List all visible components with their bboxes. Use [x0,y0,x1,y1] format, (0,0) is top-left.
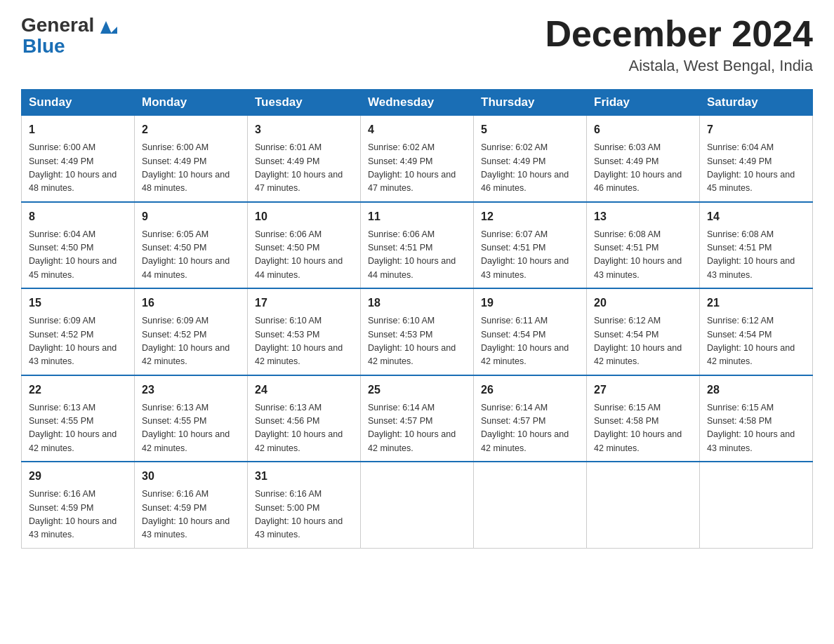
day-number: 18 [368,295,466,311]
calendar-cell: 27Sunrise: 6:15 AMSunset: 4:58 PMDayligh… [587,375,700,462]
logo-blue-text: Blue [22,35,65,57]
calendar-cell: 20Sunrise: 6:12 AMSunset: 4:54 PMDayligh… [587,288,700,375]
calendar-cell: 13Sunrise: 6:08 AMSunset: 4:51 PMDayligh… [587,202,700,289]
calendar-cell: 18Sunrise: 6:10 AMSunset: 4:53 PMDayligh… [361,288,474,375]
calendar-cell: 8Sunrise: 6:04 AMSunset: 4:50 PMDaylight… [22,202,135,289]
col-wednesday: Wednesday [361,90,474,116]
day-number: 30 [142,468,240,485]
day-number: 27 [594,382,692,398]
day-number: 16 [142,295,240,311]
day-number: 22 [29,382,127,398]
calendar-cell: 22Sunrise: 6:13 AMSunset: 4:55 PMDayligh… [22,375,135,462]
col-sunday: Sunday [22,90,135,116]
col-friday: Friday [587,90,700,116]
col-thursday: Thursday [474,90,587,116]
day-info: Sunrise: 6:12 AMSunset: 4:54 PMDaylight:… [707,314,805,369]
calendar-cell: 1Sunrise: 6:00 AMSunset: 4:49 PMDaylight… [22,116,135,202]
day-number: 1 [29,121,127,138]
col-saturday: Saturday [700,90,813,116]
calendar-cell [587,462,700,548]
logo-general-text: General [21,14,94,36]
day-number: 20 [594,295,692,311]
calendar-cell: 11Sunrise: 6:06 AMSunset: 4:51 PMDayligh… [361,202,474,289]
day-info: Sunrise: 6:16 AMSunset: 4:59 PMDaylight:… [142,488,240,542]
logo-icon [95,15,117,35]
calendar-cell: 28Sunrise: 6:15 AMSunset: 4:58 PMDayligh… [700,375,813,462]
day-info: Sunrise: 6:02 AMSunset: 4:49 PMDaylight:… [368,141,466,196]
day-number: 2 [142,121,240,138]
calendar-cell: 26Sunrise: 6:14 AMSunset: 4:57 PMDayligh… [474,375,587,462]
calendar-week-row: 15Sunrise: 6:09 AMSunset: 4:52 PMDayligh… [22,288,813,375]
day-number: 29 [29,468,127,485]
day-info: Sunrise: 6:02 AMSunset: 4:49 PMDaylight:… [481,141,579,196]
calendar-cell: 17Sunrise: 6:10 AMSunset: 4:53 PMDayligh… [248,288,361,375]
day-info: Sunrise: 6:09 AMSunset: 4:52 PMDaylight:… [29,314,127,369]
day-info: Sunrise: 6:15 AMSunset: 4:58 PMDaylight:… [707,401,805,456]
calendar-cell: 14Sunrise: 6:08 AMSunset: 4:51 PMDayligh… [700,202,813,289]
day-number: 24 [255,382,353,398]
day-info: Sunrise: 6:07 AMSunset: 4:51 PMDaylight:… [481,228,579,283]
day-info: Sunrise: 6:10 AMSunset: 4:53 PMDaylight:… [255,314,353,369]
day-number: 10 [255,208,353,225]
day-info: Sunrise: 6:14 AMSunset: 4:57 PMDaylight:… [481,401,579,456]
day-info: Sunrise: 6:13 AMSunset: 4:55 PMDaylight:… [29,401,127,456]
day-info: Sunrise: 6:14 AMSunset: 4:57 PMDaylight:… [368,401,466,456]
logo: General Blue [21,14,118,58]
day-info: Sunrise: 6:08 AMSunset: 4:51 PMDaylight:… [707,228,805,283]
calendar-cell: 15Sunrise: 6:09 AMSunset: 4:52 PMDayligh… [22,288,135,375]
col-tuesday: Tuesday [248,90,361,116]
calendar-cell: 21Sunrise: 6:12 AMSunset: 4:54 PMDayligh… [700,288,813,375]
day-info: Sunrise: 6:04 AMSunset: 4:50 PMDaylight:… [29,228,127,283]
day-info: Sunrise: 6:04 AMSunset: 4:49 PMDaylight:… [707,141,805,196]
calendar-cell: 6Sunrise: 6:03 AMSunset: 4:49 PMDaylight… [587,116,700,202]
calendar-cell: 30Sunrise: 6:16 AMSunset: 4:59 PMDayligh… [135,462,248,548]
day-info: Sunrise: 6:10 AMSunset: 4:53 PMDaylight:… [368,314,466,369]
day-info: Sunrise: 6:16 AMSunset: 5:00 PMDaylight:… [255,488,353,542]
day-number: 9 [142,208,240,225]
calendar-cell: 23Sunrise: 6:13 AMSunset: 4:55 PMDayligh… [135,375,248,462]
day-info: Sunrise: 6:09 AMSunset: 4:52 PMDaylight:… [142,314,240,369]
calendar-cell: 31Sunrise: 6:16 AMSunset: 5:00 PMDayligh… [248,462,361,548]
calendar-week-row: 1Sunrise: 6:00 AMSunset: 4:49 PMDaylight… [22,116,813,202]
day-info: Sunrise: 6:13 AMSunset: 4:55 PMDaylight:… [142,401,240,456]
day-number: 23 [142,382,240,398]
day-info: Sunrise: 6:08 AMSunset: 4:51 PMDaylight:… [594,228,692,283]
calendar-cell: 19Sunrise: 6:11 AMSunset: 4:54 PMDayligh… [474,288,587,375]
day-number: 21 [707,295,805,311]
calendar-cell: 4Sunrise: 6:02 AMSunset: 4:49 PMDaylight… [361,116,474,202]
day-info: Sunrise: 6:00 AMSunset: 4:49 PMDaylight:… [142,141,240,196]
day-number: 3 [255,121,353,138]
day-info: Sunrise: 6:00 AMSunset: 4:49 PMDaylight:… [29,141,127,196]
day-info: Sunrise: 6:12 AMSunset: 4:54 PMDaylight:… [594,314,692,369]
day-info: Sunrise: 6:01 AMSunset: 4:49 PMDaylight:… [255,141,353,196]
day-number: 11 [368,208,466,225]
day-number: 31 [255,468,353,485]
calendar-header-row: Sunday Monday Tuesday Wednesday Thursday… [22,90,813,116]
day-number: 25 [368,382,466,398]
day-info: Sunrise: 6:06 AMSunset: 4:51 PMDaylight:… [368,228,466,283]
day-number: 13 [594,208,692,225]
location-title: Aistala, West Bengal, India [545,57,813,75]
day-info: Sunrise: 6:13 AMSunset: 4:56 PMDaylight:… [255,401,353,456]
calendar-table: Sunday Monday Tuesday Wednesday Thursday… [21,89,813,549]
day-info: Sunrise: 6:05 AMSunset: 4:50 PMDaylight:… [142,228,240,283]
day-info: Sunrise: 6:11 AMSunset: 4:54 PMDaylight:… [481,314,579,369]
day-number: 19 [481,295,579,311]
calendar-week-row: 22Sunrise: 6:13 AMSunset: 4:55 PMDayligh… [22,375,813,462]
day-info: Sunrise: 6:06 AMSunset: 4:50 PMDaylight:… [255,228,353,283]
calendar-cell: 25Sunrise: 6:14 AMSunset: 4:57 PMDayligh… [361,375,474,462]
calendar-cell: 16Sunrise: 6:09 AMSunset: 4:52 PMDayligh… [135,288,248,375]
calendar-cell [700,462,813,548]
day-number: 28 [707,382,805,398]
svg-marker-1 [110,27,117,34]
day-number: 5 [481,121,579,138]
calendar-cell [361,462,474,548]
day-info: Sunrise: 6:03 AMSunset: 4:49 PMDaylight:… [594,141,692,196]
day-number: 6 [594,121,692,138]
title-block: December 2024 Aistala, West Bengal, Indi… [545,14,813,75]
col-monday: Monday [135,90,248,116]
svg-marker-0 [100,21,112,34]
day-number: 4 [368,121,466,138]
day-number: 7 [707,121,805,138]
calendar-cell: 3Sunrise: 6:01 AMSunset: 4:49 PMDaylight… [248,116,361,202]
